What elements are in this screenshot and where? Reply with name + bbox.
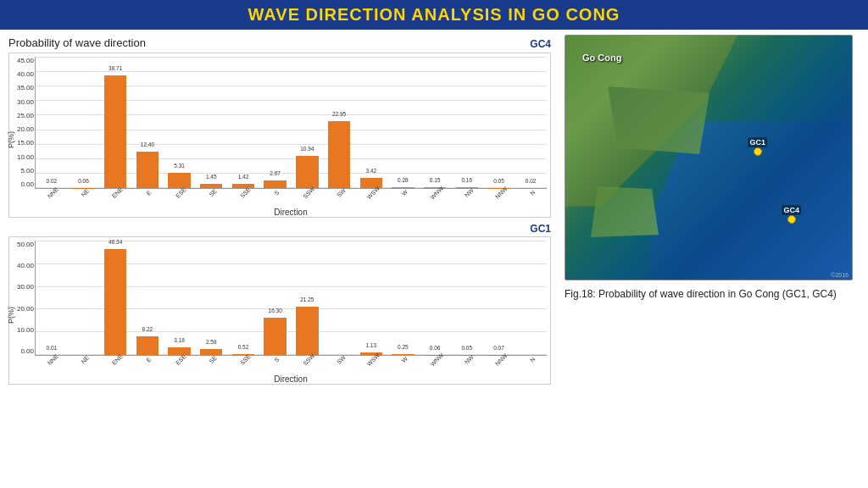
bar: 22.95: [328, 121, 350, 188]
bar-group: 0.01: [36, 241, 68, 355]
bar-group: 0.28: [387, 57, 420, 188]
gc1-y-labels: 50.0040.0030.0020.0010.000.00: [12, 241, 34, 355]
gc1-station-label: GC1: [530, 223, 551, 235]
bar-group: 38.71: [99, 57, 131, 188]
gc1-pin-label: GC1: [748, 137, 767, 147]
map-gocong-label: Go Cong: [582, 53, 621, 63]
y-tick-label: 50.00: [12, 241, 34, 248]
bar-group: 21.25: [292, 241, 324, 355]
bar-group: 2.67: [259, 57, 292, 188]
chart-gc4-section: Probability of wave direction GC4 P(%) 4…: [8, 36, 551, 223]
y-tick-label: 20.00: [12, 305, 34, 313]
bar-value-label: 3.18: [168, 337, 190, 343]
header: WAVE DIRECTION ANALYSIS IN GO CONG: [0, 0, 868, 30]
bar-value-label: 21.25: [296, 297, 318, 302]
map-image: Go Cong GC1 GC4 ©2016: [565, 35, 853, 280]
bar-value-label: 8.22: [136, 326, 159, 332]
y-tick-label: 0.00: [12, 347, 34, 355]
bar-group: 0.52: [227, 241, 259, 355]
page-title: WAVE DIRECTION ANALYSIS IN GO CONG: [0, 0, 868, 30]
bar-group: 1.45: [195, 57, 227, 188]
bar-group: 0.16: [451, 57, 483, 188]
chart-gc1-section: GC1 P(%) 50.0040.0030.0020.0010.000.00 0…: [8, 223, 551, 390]
y-tick-label: 10.00: [12, 153, 34, 161]
gc4-chart: P(%) 45.0040.0035.0030.0025.0020.0015.00…: [8, 53, 551, 218]
bar-value-label: 22.95: [328, 111, 350, 117]
y-tick-label: 5.00: [12, 167, 34, 175]
y-tick-label: 20.00: [12, 125, 34, 133]
bar-group: [68, 241, 100, 355]
bar: 38.71: [104, 75, 126, 188]
bar-group: 1.42: [227, 57, 259, 188]
y-tick-label: 40.00: [12, 70, 34, 78]
bar-value-label: 10.94: [296, 146, 318, 152]
bar-group: 46.34: [99, 241, 131, 355]
gc1-pin-dot: [754, 147, 762, 156]
y-tick-label: 40.00: [12, 262, 34, 269]
bar-value-label: 5.31: [168, 163, 190, 169]
bar-group: 0.15: [419, 57, 451, 188]
y-tick-label: 0.00: [12, 180, 34, 188]
bar-group: [515, 241, 547, 355]
bar-group: 0.25: [387, 241, 420, 355]
map-pin-gc1: GC1: [748, 137, 767, 156]
bar-group: 1.13: [355, 241, 387, 355]
gc4-chart-area: 45.0040.0035.0030.0025.0020.0015.0010.00…: [35, 57, 547, 189]
bar-group: 0.02: [36, 57, 68, 188]
gc4-y-labels: 45.0040.0035.0030.0025.0020.0015.0010.00…: [12, 57, 34, 188]
bar-group: 0.02: [515, 57, 547, 188]
bar-group: 0.06: [68, 57, 100, 188]
bar-group: 3.42: [355, 57, 387, 188]
bar-group: [323, 241, 355, 355]
y-tick-label: 15.00: [12, 139, 34, 147]
gc4-bars: 0.020.0638.7112.405.311.451.422.6710.942…: [36, 57, 547, 188]
bar-group: 0.07: [483, 241, 515, 355]
bar-value-label: 38.71: [104, 65, 126, 71]
bar-group: 22.95: [323, 57, 355, 188]
bar-group: 5.31: [164, 57, 196, 188]
right-section: Go Cong GC1 GC4 ©2016 Fig.18: Probabilit…: [559, 30, 868, 485]
bar-value-label: 2.58: [200, 339, 222, 345]
bar-value-label: 16.30: [264, 308, 286, 313]
gc4-x-labels: NNENEENEEESESESSESSSWSWWSWWWNWNWNNWN: [35, 189, 547, 206]
gc1-x-labels: NNENEENEEESESESSESSSWSWWSWWWNWNWNNWN: [35, 356, 547, 373]
map-pin-gc4: GC4: [782, 205, 801, 224]
gc1-chart: P(%) 50.0040.0030.0020.0010.000.00 0.014…: [8, 236, 551, 385]
gc4-chart-title: Probability of wave direction: [8, 36, 146, 49]
y-tick-label: 10.00: [12, 326, 34, 334]
bar-value-label: 1.42: [232, 174, 254, 180]
bar-group: 16.30: [259, 241, 292, 355]
fig-caption: Fig.18: Probability of wave direction in…: [565, 287, 853, 302]
bar-group: 10.94: [292, 57, 324, 188]
gc4-station-label: GC4: [530, 38, 551, 50]
gc1-bars: 0.0146.348.223.182.580.5216.3021.251.130…: [36, 241, 547, 355]
main-content: Probability of wave direction GC4 P(%) 4…: [0, 30, 868, 485]
bar-value-label: 1.45: [200, 174, 222, 180]
charts-section: Probability of wave direction GC4 P(%) 4…: [0, 30, 559, 485]
y-tick-label: 30.00: [12, 283, 34, 291]
bar: 46.34: [104, 249, 126, 355]
bar-group: 0.05: [483, 57, 515, 188]
bar-value-label: 46.34: [104, 239, 126, 245]
gc4-pin-label: GC4: [782, 205, 801, 215]
bar-value-label: 2.67: [264, 170, 286, 176]
bar-group: 0.05: [451, 241, 483, 355]
bar-group: 2.58: [195, 241, 227, 355]
y-tick-label: 30.00: [12, 98, 34, 106]
bar-value-label: 12.40: [136, 141, 159, 147]
bar-group: 8.22: [131, 241, 164, 355]
bar-value-label: 3.42: [360, 168, 382, 174]
bar-group: 0.06: [419, 241, 451, 355]
gc4-pin-dot: [787, 215, 796, 224]
bar-group: 3.18: [164, 241, 196, 355]
bar-value-label: 1.13: [360, 342, 382, 348]
y-tick-label: 45.00: [12, 57, 34, 64]
y-tick-label: 25.00: [12, 112, 34, 119]
bar-group: 12.40: [131, 57, 164, 188]
gc1-chart-area: 50.0040.0030.0020.0010.000.00 0.0146.348…: [35, 241, 547, 356]
y-tick-label: 35.00: [12, 84, 34, 92]
